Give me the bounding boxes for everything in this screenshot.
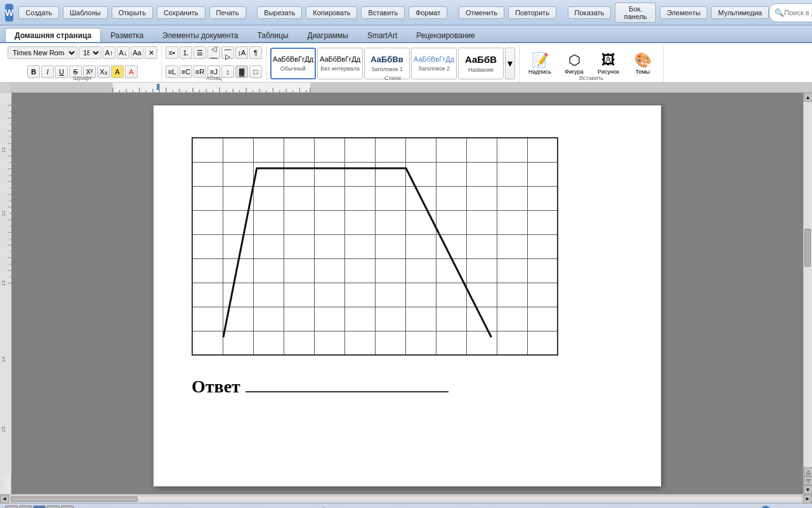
styles-more-button[interactable]: ▼ xyxy=(505,48,515,79)
underline-button[interactable]: U xyxy=(55,65,68,78)
grid-cell xyxy=(527,234,558,258)
redo-button[interactable]: Повторить xyxy=(508,6,556,19)
style-heading2-preview: АаБбВвГгДд xyxy=(414,55,454,64)
horizontal-scrollbar: ◄ ► xyxy=(0,494,812,503)
bullets-button[interactable]: ≡• xyxy=(166,46,178,59)
grid-cell xyxy=(253,234,284,258)
insert-image-btn[interactable]: 🖼 Рисунок xyxy=(592,49,625,78)
scroll-up-arrow[interactable]: ▲ xyxy=(804,93,813,102)
scroll-down-arrow[interactable]: ▼ xyxy=(804,485,813,494)
insert-text-btn[interactable]: 📝 Надпись xyxy=(523,49,556,78)
svg-rect-34 xyxy=(157,84,159,90)
scroll-page-up[interactable]: △ xyxy=(804,467,813,476)
shading-button[interactable]: ▓ xyxy=(235,65,248,78)
templates-button[interactable]: Шаблоны xyxy=(63,6,108,19)
multimedia-button[interactable]: Мультимедиа xyxy=(711,6,769,19)
font-name-select[interactable]: Times New Roman xyxy=(8,46,77,59)
grid-cell xyxy=(405,234,436,258)
tab-smartart[interactable]: SmartArt xyxy=(358,28,407,42)
view-print-btn[interactable] xyxy=(33,505,46,509)
style-heading2[interactable]: АаБбВвГгДд Заголовок 2 xyxy=(411,48,457,79)
line-spacing-button[interactable]: ↕ xyxy=(221,65,234,78)
show-marks-button[interactable]: ¶ xyxy=(249,46,262,59)
view-mode-buttons xyxy=(5,505,74,509)
subscript-button[interactable]: X₂ xyxy=(97,65,110,78)
cut-button[interactable]: Вырезать xyxy=(257,6,302,19)
style-title-preview: АаБбВ xyxy=(465,54,497,65)
h-scroll-track[interactable] xyxy=(11,497,801,502)
format-button[interactable]: Формат xyxy=(409,6,447,19)
grid-cell xyxy=(284,162,314,186)
font-size-down[interactable]: A↓ xyxy=(117,46,129,59)
align-left-button[interactable]: ≡L xyxy=(166,65,178,78)
open-button[interactable]: Открыть xyxy=(112,6,153,19)
save-button[interactable]: Сохранить xyxy=(157,6,206,19)
document-area[interactable]: Ответ xyxy=(11,93,803,494)
style-normal[interactable]: АаБбВвГгДд Обычный xyxy=(270,48,316,79)
font-size-up[interactable]: A↑ xyxy=(103,46,115,59)
scroll-left-arrow[interactable]: ◄ xyxy=(0,495,9,504)
paste-button[interactable]: Вставить xyxy=(361,6,405,19)
align-center-button[interactable]: ≡C xyxy=(180,65,192,78)
insert-shape-btn[interactable]: ⬡ Фигура xyxy=(558,49,591,78)
style-heading1-preview: АаБбВв xyxy=(370,55,403,65)
multilevel-button[interactable]: ☰ xyxy=(193,46,206,59)
ruler-container xyxy=(0,83,812,93)
style-no-spacing[interactable]: АаБбВвГгДд Без интервала xyxy=(317,48,363,79)
print-button[interactable]: Печать xyxy=(209,6,246,19)
view-normal-btn[interactable] xyxy=(5,505,18,509)
view-web-btn[interactable] xyxy=(19,505,32,509)
insert-buttons: 📝 Надпись ⬡ Фигура 🖼 Рисунок 🎨 Темы xyxy=(523,49,659,78)
h-scroll-thumb[interactable] xyxy=(11,497,138,502)
tab-review[interactable]: Рецензирование xyxy=(407,28,485,42)
create-button[interactable]: Создать xyxy=(18,6,59,19)
bold-button[interactable]: B xyxy=(27,65,40,78)
grid-cell xyxy=(344,331,375,355)
view-outline-btn[interactable] xyxy=(47,505,60,509)
sort-button[interactable]: ↕A xyxy=(235,46,248,59)
clear-format-btn[interactable]: ✕ xyxy=(145,46,157,59)
font-case-btn[interactable]: Aa xyxy=(131,46,143,59)
grid-cell xyxy=(192,186,223,210)
grid-cell xyxy=(466,210,497,234)
svg-text:15: 15 xyxy=(1,426,6,432)
italic-button[interactable]: I xyxy=(41,65,54,78)
scroll-track[interactable] xyxy=(804,102,813,467)
undo-button[interactable]: Отменить xyxy=(459,6,504,19)
scroll-page-down[interactable]: ▽ xyxy=(804,476,813,485)
tab-layout[interactable]: Разметка xyxy=(101,28,153,42)
align-right-button[interactable]: ≡R xyxy=(193,65,206,78)
grid-cell xyxy=(466,186,497,210)
outdent-button[interactable]: ◁— xyxy=(207,46,220,59)
font-color-button[interactable]: A xyxy=(125,65,138,78)
grid-cell xyxy=(223,210,253,234)
style-title[interactable]: АаБбВ Название xyxy=(458,48,504,79)
tab-tables[interactable]: Таблицы xyxy=(248,28,298,42)
font-size-select[interactable]: 18 xyxy=(79,46,102,59)
search-box[interactable]: 🔍 Быстрый поиск xyxy=(769,3,812,22)
highlight-button[interactable]: A xyxy=(111,65,124,78)
tab-charts[interactable]: Диаграммы xyxy=(298,28,358,42)
tab-home[interactable]: Домашняя страница xyxy=(5,28,101,42)
grid-cell xyxy=(436,283,466,307)
grid-cell xyxy=(314,210,344,234)
indent-button[interactable]: —▷ xyxy=(221,46,234,59)
grid-cell xyxy=(375,234,405,258)
sidebar-button[interactable]: Бок. панель xyxy=(615,3,656,23)
para-controls-row1: ≡• 1. ☰ ◁— —▷ ↕A ¶ xyxy=(166,46,262,59)
grid-cell xyxy=(192,210,223,234)
view-read-btn[interactable] xyxy=(61,505,74,509)
scroll-right-arrow[interactable]: ► xyxy=(803,495,812,504)
grid-cell xyxy=(375,138,405,162)
tab-elements[interactable]: Элементы документа xyxy=(153,28,247,42)
elements-button[interactable]: Элементы xyxy=(660,6,707,19)
show-button[interactable]: Показать xyxy=(568,6,612,19)
style-heading1-label: Заголовок 1 xyxy=(371,66,403,72)
numbering-button[interactable]: 1. xyxy=(180,46,192,59)
copy-button[interactable]: Копировать xyxy=(306,6,357,19)
insert-theme-btn[interactable]: 🎨 Темы xyxy=(626,49,659,78)
borders-button[interactable]: □ xyxy=(249,65,262,78)
search-input[interactable] xyxy=(784,9,812,17)
scroll-thumb[interactable] xyxy=(804,229,811,267)
grid-cell xyxy=(253,307,284,331)
